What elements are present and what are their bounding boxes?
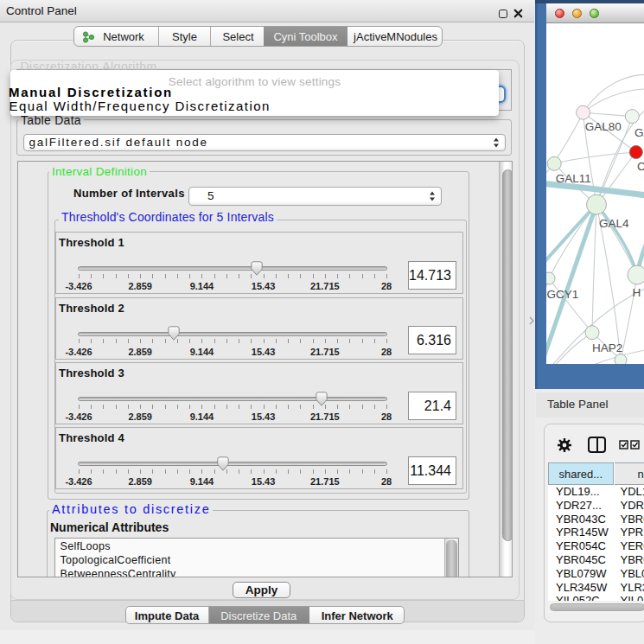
svg-text:GAL80: GAL80 <box>585 120 622 133</box>
svg-text:GCY1: GCY1 <box>547 288 579 301</box>
svg-text:HAP2: HAP2 <box>592 341 622 354</box>
svg-text:GAL4: GAL4 <box>599 217 629 230</box>
svg-text:GAL11: GAL11 <box>556 172 591 185</box>
svg-text:C: C <box>637 160 644 173</box>
svg-text:H: H <box>633 286 641 299</box>
svg-text:GA: GA <box>634 126 644 139</box>
